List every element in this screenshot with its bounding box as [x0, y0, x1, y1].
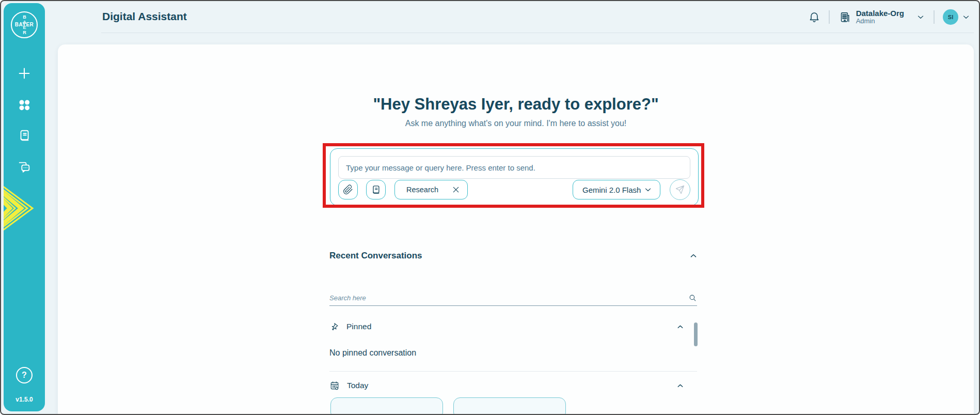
calendar-icon: [329, 380, 340, 391]
chevron-down-icon: [643, 185, 653, 194]
avatar: SI: [943, 9, 958, 25]
yellow-chevron-decoration: [4, 177, 39, 240]
attach-file-button[interactable]: [338, 180, 358, 199]
page-title: Digital Assistant: [102, 10, 187, 23]
model-selected-label: Gemini 2.0 Flash: [582, 186, 641, 194]
send-button[interactable]: [670, 179, 690, 200]
search-input[interactable]: [329, 294, 688, 302]
org-role: Admin: [856, 18, 904, 25]
main-panel: "Hey Shreyas Iyer, ready to explore?" As…: [58, 44, 974, 415]
scrollbar-thumb[interactable]: [694, 322, 698, 346]
bayer-logo-text-vertical-bottom: ER: [22, 25, 27, 35]
paperclip-icon: [343, 185, 353, 195]
document-icon: [371, 185, 381, 195]
close-icon[interactable]: [452, 186, 460, 194]
search-icon[interactable]: [688, 294, 697, 302]
collapse-recent-button[interactable]: [689, 251, 698, 260]
help-button[interactable]: ?: [14, 365, 35, 386]
new-chat-button[interactable]: [14, 63, 35, 84]
today-label: Today: [347, 381, 368, 390]
header-rule: [101, 33, 974, 33]
pin-icon: [329, 322, 339, 332]
today-section-header: Today: [329, 379, 685, 392]
conversations-button[interactable]: [14, 157, 35, 178]
org-name: Datalake-Org: [856, 9, 904, 18]
conversation-card[interactable]: [453, 397, 566, 415]
plus-icon: [17, 66, 31, 81]
model-selector[interactable]: Gemini 2.0 Flash: [573, 180, 660, 199]
composer-toolbar: Research Gemini 2.0 Flash: [338, 180, 690, 199]
bell-icon: [808, 11, 820, 23]
collapse-pinned-button[interactable]: [676, 322, 685, 331]
conversation-card[interactable]: [330, 397, 443, 415]
agent-chip: Research: [394, 180, 468, 199]
pinned-section-header: Pinned: [329, 320, 685, 333]
help-icon: ?: [16, 367, 33, 383]
section-divider: [329, 371, 697, 372]
knowledge-doc-button[interactable]: [366, 180, 386, 199]
notifications-button[interactable]: [808, 11, 820, 23]
app-window: BA BAYER ER: [0, 0, 980, 415]
header-divider: [829, 10, 830, 24]
greeting-title: "Hey Shreyas Iyer, ready to explore?": [58, 95, 974, 114]
organization-icon: [838, 10, 851, 24]
chevron-down-icon: [916, 12, 925, 22]
knowledge-base-button[interactable]: [14, 125, 35, 146]
apps-grid-icon: [17, 97, 32, 113]
user-menu[interactable]: SI: [943, 9, 971, 25]
message-composer: Research Gemini 2.0 Flash: [330, 148, 699, 206]
app-version: v1.5.0: [4, 396, 45, 403]
agent-chip-label: Research: [406, 186, 438, 194]
recent-conversations-header: Recent Conversations: [329, 251, 698, 261]
org-selector[interactable]: Datalake-Org Admin: [838, 9, 925, 25]
chevron-down-icon: [961, 12, 971, 22]
apps-button[interactable]: [14, 95, 35, 115]
book-icon: [18, 129, 31, 142]
collapse-today-button[interactable]: [676, 381, 685, 390]
recent-conversations-title: Recent Conversations: [329, 251, 422, 261]
top-header: Digital Assistant Datalake-Org Admin: [45, 1, 979, 33]
sidebar: BA BAYER ER: [4, 3, 45, 411]
header-divider: [934, 10, 935, 24]
message-input[interactable]: [338, 156, 690, 179]
pinned-label: Pinned: [346, 322, 371, 331]
send-plane-icon: [675, 185, 685, 195]
bayer-logo: BA BAYER ER: [11, 11, 38, 38]
conversation-search: [329, 290, 697, 306]
chat-bubbles-icon: [17, 160, 31, 175]
greeting-subtitle: Ask me anything what's on your mind. I'm…: [58, 119, 974, 128]
pinned-empty-text: No pinned conversation: [329, 348, 416, 358]
